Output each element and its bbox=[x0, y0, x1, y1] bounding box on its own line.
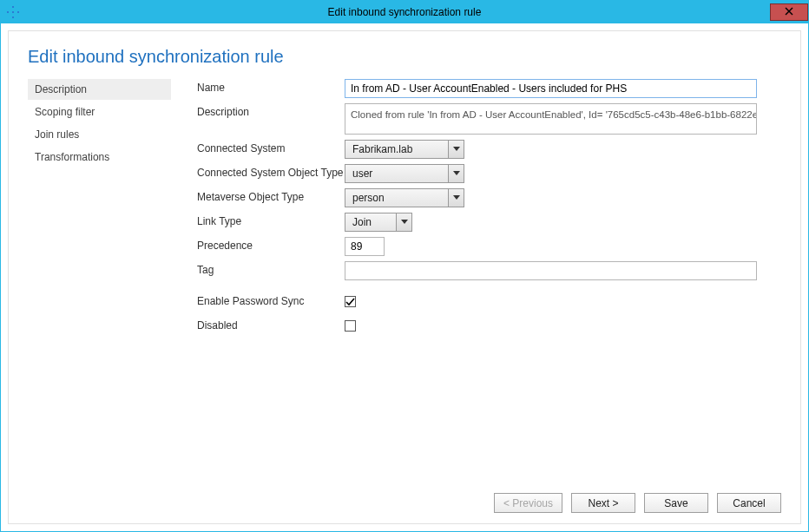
svg-marker-10 bbox=[401, 220, 408, 224]
svg-rect-4 bbox=[12, 11, 14, 13]
mv-object-type-value: person bbox=[345, 189, 448, 207]
disabled-label: Disabled bbox=[197, 317, 345, 332]
chevron-down-icon bbox=[453, 195, 460, 200]
connected-system-value: Fabrikam.lab bbox=[345, 141, 448, 158]
chevron-down-icon bbox=[453, 147, 460, 152]
page-title: Edit inbound synchronization rule bbox=[28, 47, 781, 67]
svg-marker-8 bbox=[453, 171, 460, 175]
form-area: Name Description Cloned from rule 'In fr… bbox=[197, 79, 781, 484]
mv-object-type-label: Metaverse Object Type bbox=[197, 188, 345, 203]
precedence-input[interactable] bbox=[345, 237, 385, 256]
cancel-button[interactable]: Cancel bbox=[717, 493, 781, 513]
page-inner: Edit inbound synchronization rule Descri… bbox=[8, 30, 801, 524]
sidebar-item-scoping-filter[interactable]: Scoping filter bbox=[28, 102, 171, 122]
disabled-checkbox[interactable] bbox=[345, 320, 356, 332]
app-icon bbox=[6, 5, 20, 19]
svg-rect-0 bbox=[12, 6, 14, 8]
name-input[interactable] bbox=[345, 79, 757, 98]
sidebar-item-join-rules[interactable]: Join rules bbox=[28, 124, 171, 145]
window-title: Edit inbound synchronization rule bbox=[1, 6, 808, 18]
tag-input[interactable] bbox=[345, 261, 757, 280]
sidebar: Description Scoping filter Join rules Tr… bbox=[28, 79, 171, 484]
svg-rect-2 bbox=[17, 11, 19, 13]
link-type-select[interactable]: Join bbox=[345, 213, 412, 232]
sidebar-item-transformations[interactable]: Transformations bbox=[28, 147, 171, 167]
dropdown-button[interactable] bbox=[448, 165, 464, 182]
close-button[interactable] bbox=[770, 3, 808, 21]
enable-password-sync-checkbox[interactable] bbox=[345, 296, 356, 307]
checkmark-icon bbox=[345, 297, 355, 306]
save-button[interactable]: Save bbox=[644, 493, 708, 513]
description-text: Cloned from rule 'In from AD - User Acco… bbox=[351, 109, 757, 120]
titlebar: Edit inbound synchronization rule bbox=[1, 1, 808, 23]
close-icon bbox=[785, 7, 793, 17]
enable-password-sync-label: Enable Password Sync bbox=[197, 292, 345, 307]
previous-button[interactable]: < Previous bbox=[494, 493, 562, 513]
chevron-down-icon bbox=[453, 171, 460, 176]
sidebar-item-label: Scoping filter bbox=[35, 106, 95, 118]
dropdown-button[interactable] bbox=[448, 141, 464, 158]
cs-object-type-label: Connected System Object Type bbox=[197, 164, 345, 179]
chevron-down-icon bbox=[401, 220, 408, 225]
precedence-label: Precedence bbox=[197, 237, 345, 252]
sidebar-item-label: Join rules bbox=[35, 128, 79, 141]
sidebar-item-label: Transformations bbox=[35, 151, 109, 163]
connected-system-label: Connected System bbox=[197, 140, 345, 154]
dropdown-button[interactable] bbox=[396, 213, 411, 231]
name-label: Name bbox=[197, 79, 345, 94]
cs-object-type-select[interactable]: user bbox=[345, 164, 464, 183]
svg-marker-7 bbox=[453, 147, 460, 151]
dropdown-button[interactable] bbox=[448, 189, 464, 207]
content-row: Description Scoping filter Join rules Tr… bbox=[28, 79, 781, 484]
body-wrap: Edit inbound synchronization rule Descri… bbox=[1, 23, 808, 531]
cs-object-type-value: user bbox=[345, 165, 448, 182]
link-type-label: Link Type bbox=[197, 213, 345, 227]
next-button[interactable]: Next > bbox=[571, 493, 635, 513]
mv-object-type-select[interactable]: person bbox=[345, 188, 464, 207]
app-window: Edit inbound synchronization rule Edit i… bbox=[0, 0, 809, 532]
connected-system-select[interactable]: Fabrikam.lab bbox=[345, 140, 464, 159]
tag-label: Tag bbox=[197, 261, 345, 276]
svg-marker-9 bbox=[453, 195, 460, 200]
button-row: < Previous Next > Save Cancel bbox=[28, 484, 781, 513]
svg-rect-1 bbox=[7, 11, 9, 13]
description-input[interactable]: Cloned from rule 'In from AD - User Acco… bbox=[345, 103, 757, 135]
sidebar-item-label: Description bbox=[35, 83, 87, 95]
description-label: Description bbox=[197, 103, 345, 118]
svg-rect-3 bbox=[12, 16, 14, 18]
link-type-value: Join bbox=[345, 213, 396, 231]
sidebar-item-description[interactable]: Description bbox=[28, 79, 171, 100]
